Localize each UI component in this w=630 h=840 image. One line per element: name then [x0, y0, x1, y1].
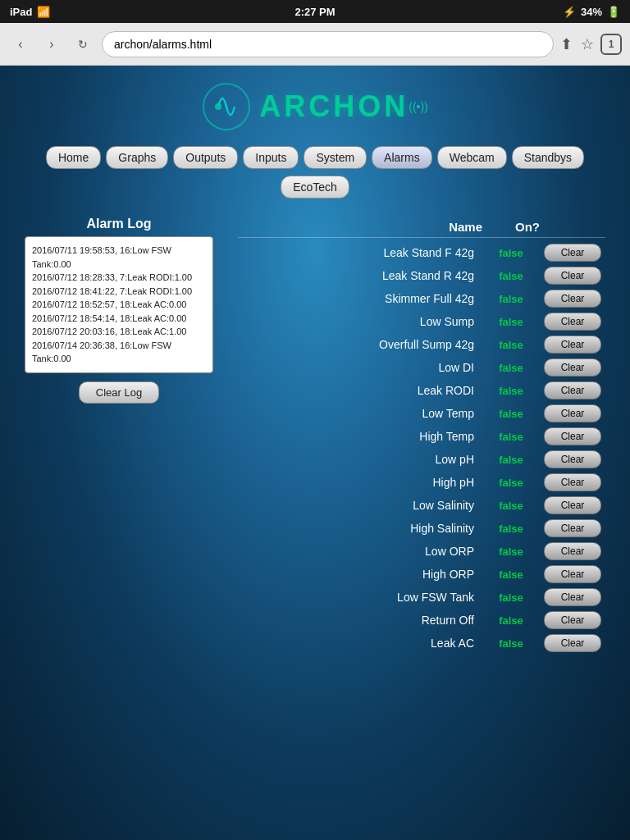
alarm-row-name: Overfull Sump 42g	[238, 338, 482, 351]
nav-alarms[interactable]: Alarms	[372, 146, 432, 169]
tab-badge[interactable]: 1	[600, 34, 622, 55]
alarm-row-status: false	[482, 293, 540, 305]
alarm-row-name: Leak RODI	[238, 384, 482, 397]
alarm-row-name: Leak AC	[238, 637, 482, 650]
alarm-clear-button[interactable]: Clear	[544, 358, 601, 377]
alarm-clear-button[interactable]: Clear	[544, 313, 601, 331]
alarm-clear-button[interactable]: Clear	[544, 244, 601, 262]
alarm-clear-button[interactable]: Clear	[544, 634, 601, 652]
alarm-row-status: false	[482, 385, 540, 397]
alarm-row-status: false	[482, 270, 540, 282]
alarm-clear-button[interactable]: Clear	[544, 381, 601, 399]
alarm-clear-button[interactable]: Clear	[544, 588, 601, 606]
status-right: ⚡ 34% 🔋	[563, 6, 620, 18]
alarm-row: Low FSW TankfalseClear	[238, 586, 605, 609]
alarm-row: Return OfffalseClear	[238, 609, 605, 632]
alarm-row-status: false	[482, 591, 540, 604]
main-layout: Alarm Log 2016/07/11 19:58:53, 16:Low FS…	[25, 217, 605, 655]
alarm-clear-button[interactable]: Clear	[544, 565, 601, 583]
status-time: 2:27 PM	[294, 6, 335, 18]
nav-ecotech[interactable]: EcoTech	[281, 176, 349, 199]
alarm-row-name: Low FSW Tank	[238, 591, 482, 604]
alarm-clear-button[interactable]: Clear	[544, 542, 601, 560]
alarm-log-entry: 2016/07/12 20:03:16, 18:Leak AC:1.00	[32, 325, 206, 339]
page-content: ARCHON ((•)) Home Graphs Outputs Inputs …	[0, 66, 630, 671]
nav-system[interactable]: System	[304, 146, 367, 169]
browser-bar: ‹ › ↻ ⬆ ☆ 1	[0, 23, 630, 66]
logo-icon	[202, 82, 251, 131]
alarm-row: High ORPfalseClear	[238, 563, 605, 586]
alarm-row-status: false	[482, 454, 540, 466]
svg-point-1	[215, 103, 221, 110]
alarm-row: Low pHfalseClear	[238, 448, 605, 471]
alarm-row: Leak Stand F 42gfalseClear	[238, 241, 605, 264]
alarm-row-status: false	[482, 523, 540, 535]
nav-webcam[interactable]: Webcam	[437, 146, 507, 169]
alarms-table-header: Name On?	[238, 217, 605, 238]
back-button[interactable]: ‹	[8, 32, 33, 57]
alarm-clear-button[interactable]: Clear	[544, 611, 601, 629]
alarm-row-status: false	[482, 247, 540, 259]
bookmark-icon[interactable]: ☆	[581, 35, 594, 53]
alarm-log-entry: 2016/07/11 19:58:53, 16:Low FSW Tank:0.0…	[32, 244, 206, 271]
clear-log-button[interactable]: Clear Log	[79, 381, 159, 404]
nav-inputs[interactable]: Inputs	[243, 146, 299, 169]
nav-graphs[interactable]: Graphs	[106, 146, 168, 169]
alarm-clear-button[interactable]: Clear	[544, 427, 601, 445]
alarm-log-title: Alarm Log	[86, 217, 151, 231]
share-icon[interactable]: ⬆	[560, 35, 573, 53]
logo-text: ARCHON	[259, 89, 409, 124]
alarm-clear-button[interactable]: Clear	[544, 496, 601, 514]
alarm-clear-button[interactable]: Clear	[544, 267, 601, 285]
alarm-row-status: false	[482, 546, 540, 558]
alarm-log-entry: 2016/07/12 18:52:57, 18:Leak AC:0.00	[32, 298, 206, 312]
alarm-row-name: Return Off	[238, 614, 482, 627]
alarm-row-status: false	[482, 477, 540, 489]
alarm-row-name: High Salinity	[238, 522, 482, 535]
alarm-row: Leak RODIfalseClear	[238, 379, 605, 402]
alarm-row: Low DIfalseClear	[238, 356, 605, 379]
alarm-clear-button[interactable]: Clear	[544, 450, 601, 468]
alarm-clear-button[interactable]: Clear	[544, 290, 601, 308]
nav-home[interactable]: Home	[46, 146, 101, 169]
alarm-clear-button[interactable]: Clear	[544, 473, 601, 491]
alarm-row-name: High ORP	[238, 568, 482, 581]
alarm-log-section: Alarm Log 2016/07/11 19:58:53, 16:Low FS…	[25, 217, 213, 404]
alarm-log-entry: 2016/07/12 18:41:22, 7:Leak RODI:1.00	[32, 285, 206, 299]
alarm-clear-button[interactable]: Clear	[544, 404, 601, 422]
alarm-row: High SalinityfalseClear	[238, 517, 605, 540]
alarm-log-box: 2016/07/11 19:58:53, 16:Low FSW Tank:0.0…	[25, 236, 213, 373]
wifi-icon: 📶	[37, 6, 50, 18]
alarm-clear-button[interactable]: Clear	[544, 336, 601, 354]
forward-button[interactable]: ›	[39, 32, 64, 57]
status-bar: iPad 📶 2:27 PM ⚡ 34% 🔋	[0, 0, 630, 23]
alarm-row-name: Leak Stand F 42g	[238, 246, 482, 259]
alarm-row-name: Low Sump	[238, 315, 482, 328]
alarm-row: Leak Stand R 42gfalseClear	[238, 264, 605, 287]
alarm-row-name: High pH	[238, 476, 482, 489]
alarm-row-status: false	[482, 362, 540, 374]
nav-outputs[interactable]: Outputs	[173, 146, 238, 169]
alarm-row: Low ORPfalseClear	[238, 540, 605, 563]
browser-actions: ⬆ ☆	[560, 35, 594, 53]
status-header: On?	[482, 220, 540, 234]
alarm-row-name: High Temp	[238, 430, 482, 443]
bluetooth-icon: ⚡	[563, 6, 576, 18]
alarm-row-name: Low pH	[238, 453, 482, 466]
status-left: iPad 📶	[10, 6, 50, 18]
alarm-row-status: false	[482, 431, 540, 443]
alarm-row-name: Low Salinity	[238, 499, 482, 512]
url-bar[interactable]	[102, 31, 554, 57]
battery-label: 34%	[581, 6, 602, 18]
alarm-row-name: Low ORP	[238, 545, 482, 558]
alarm-row: High pHfalseClear	[238, 471, 605, 494]
alarm-log-entry: 2016/07/12 18:54:14, 18:Leak AC:0.00	[32, 312, 206, 326]
reload-button[interactable]: ↻	[71, 32, 95, 57]
battery-icon: 🔋	[607, 6, 620, 18]
alarm-clear-button[interactable]: Clear	[544, 519, 601, 537]
carrier-label: iPad	[10, 6, 32, 18]
nav-standbys[interactable]: Standbys	[512, 146, 584, 169]
alarm-log-entry: 2016/07/14 20:36:38, 16:Low FSW Tank:0.0…	[32, 339, 206, 366]
alarm-row: Low TempfalseClear	[238, 402, 605, 425]
alarm-row: Leak ACfalseClear	[238, 632, 605, 655]
